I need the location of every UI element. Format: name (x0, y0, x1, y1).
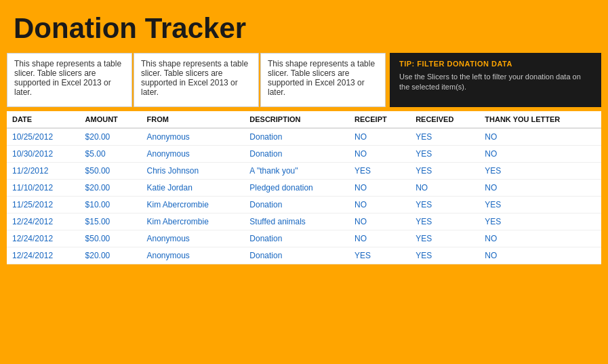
table-row: 10/25/2012$20.00AnonymousDonationNOYESNO (7, 128, 601, 146)
col-header-from: FROM (141, 111, 244, 128)
table-row: 12/24/2012$20.00AnonymousDonationYESYESN… (7, 247, 601, 264)
cell-from: Kim Abercrombie (141, 197, 244, 214)
cell-receipt: NO (349, 214, 410, 230)
cell-thank_you: NO (479, 230, 601, 247)
top-section: This shape represents a table slicer. Ta… (0, 53, 608, 107)
table-row: 11/2/2012$50.00Chris JohnsonA "thank you… (7, 163, 601, 180)
cell-date: 11/10/2012 (7, 180, 80, 197)
cell-from: Katie Jordan (141, 180, 244, 197)
cell-from: Chris Johnson (141, 163, 244, 180)
cell-received: YES (410, 214, 479, 230)
cell-description: Stuffed animals (244, 214, 349, 230)
cell-received: YES (410, 230, 479, 247)
cell-received: YES (410, 146, 479, 163)
slicer-2[interactable]: This shape represents a table slicer. Ta… (134, 53, 259, 107)
cell-description: Pledged donation (244, 180, 349, 197)
cell-date: 12/24/2012 (7, 247, 80, 264)
cell-description: Donation (244, 146, 349, 163)
col-header-thank-you: THANK YOU LETTER (479, 111, 601, 128)
cell-receipt: NO (349, 128, 410, 146)
cell-receipt: NO (349, 230, 410, 247)
cell-thank_you: NO (479, 128, 601, 146)
cell-receipt: NO (349, 197, 410, 214)
cell-date: 10/30/2012 (7, 146, 80, 163)
col-header-received: RECEIVED (410, 111, 479, 128)
slicer-3-text: This shape represents a table slicer. Ta… (268, 59, 375, 97)
cell-received: YES (410, 197, 479, 214)
cell-date: 10/25/2012 (7, 128, 80, 146)
cell-received: YES (410, 247, 479, 264)
cell-thank_you: YES (479, 197, 601, 214)
cell-amount: $15.00 (80, 214, 142, 230)
table-row: 12/24/2012$50.00AnonymousDonationNOYESNO (7, 230, 601, 247)
cell-thank_you: NO (479, 180, 601, 197)
cell-date: 12/24/2012 (7, 230, 80, 247)
cell-thank_you: YES (479, 163, 601, 180)
cell-description: Donation (244, 197, 349, 214)
cell-receipt: YES (349, 247, 410, 264)
donation-table-container: DATE AMOUNT FROM DESCRIPTION RECEIPT REC… (7, 111, 601, 264)
donation-table: DATE AMOUNT FROM DESCRIPTION RECEIPT REC… (7, 111, 601, 264)
cell-amount: $50.00 (80, 230, 142, 247)
cell-from: Anonymous (141, 247, 244, 264)
cell-received: NO (410, 180, 479, 197)
cell-date: 11/25/2012 (7, 197, 80, 214)
cell-amount: $20.00 (80, 128, 142, 146)
cell-received: YES (410, 163, 479, 180)
table-row: 11/25/2012$10.00Kim AbercrombieDonationN… (7, 197, 601, 214)
col-header-receipt: RECEIPT (349, 111, 410, 128)
cell-receipt: YES (349, 163, 410, 180)
cell-description: Donation (244, 128, 349, 146)
cell-description: A "thank you" (244, 163, 349, 180)
cell-amount: $20.00 (80, 247, 142, 264)
cell-from: Anonymous (141, 128, 244, 146)
table-row: 12/24/2012$15.00Kim AbercrombieStuffed a… (7, 214, 601, 230)
table-row: 10/30/2012$5.00AnonymousDonationNOYESNO (7, 146, 601, 163)
cell-from: Anonymous (141, 230, 244, 247)
cell-amount: $10.00 (80, 197, 142, 214)
cell-amount: $20.00 (80, 180, 142, 197)
col-header-amount: AMOUNT (80, 111, 142, 128)
slicer-2-text: This shape represents a table slicer. Ta… (141, 59, 248, 97)
table-header-row: DATE AMOUNT FROM DESCRIPTION RECEIPT REC… (7, 111, 601, 128)
tip-box: TIP: FILTER DONATION DATA Use the Slicer… (390, 53, 601, 107)
cell-description: Donation (244, 247, 349, 264)
slicer-1[interactable]: This shape represents a table slicer. Ta… (7, 53, 132, 107)
page-title: Donation Tracker (0, 0, 608, 53)
cell-receipt: NO (349, 146, 410, 163)
cell-amount: $50.00 (80, 163, 142, 180)
col-header-date: DATE (7, 111, 80, 128)
cell-from: Kim Abercrombie (141, 214, 244, 230)
cell-received: YES (410, 128, 479, 146)
cell-from: Anonymous (141, 146, 244, 163)
cell-description: Donation (244, 230, 349, 247)
col-header-description: DESCRIPTION (244, 111, 349, 128)
cell-thank_you: NO (479, 146, 601, 163)
tip-title: TIP: FILTER DONATION DATA (399, 60, 592, 68)
cell-amount: $5.00 (80, 146, 142, 163)
table-row: 11/10/2012$20.00Katie JordanPledged dona… (7, 180, 601, 197)
cell-receipt: NO (349, 180, 410, 197)
tip-text: Use the Slicers to the left to filter yo… (399, 72, 592, 93)
slicer-3[interactable]: This shape represents a table slicer. Ta… (260, 53, 386, 107)
slicer-1-text: This shape represents a table slicer. Ta… (14, 59, 121, 97)
cell-date: 11/2/2012 (7, 163, 80, 180)
cell-thank_you: NO (479, 247, 601, 264)
app: Donation Tracker This shape represents a… (0, 0, 608, 364)
cell-date: 12/24/2012 (7, 214, 80, 230)
cell-thank_you: YES (479, 214, 601, 230)
